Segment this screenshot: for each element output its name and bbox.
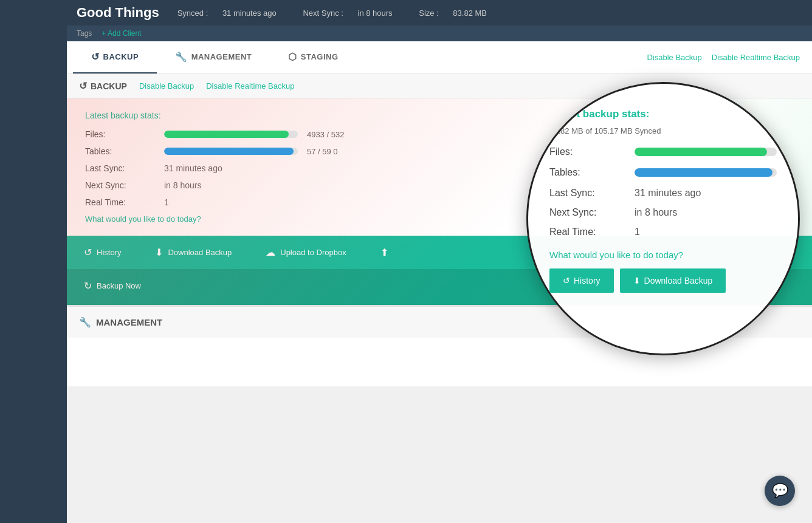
files-value: 4933 / 532: [307, 130, 344, 139]
mag-download-button[interactable]: ⬇ Download Backup: [620, 268, 726, 293]
tables-bar-container: [164, 148, 298, 155]
upload-dropbox-button[interactable]: ☁ Upload to Dropbox: [249, 236, 363, 269]
tables-bar-bg: [164, 148, 298, 155]
management-icon: 🔧: [79, 316, 91, 328]
mag-tables-bar-bg: [635, 168, 777, 177]
history-icon: ↺: [84, 247, 92, 258]
mag-tables-row: Tables:: [549, 167, 777, 178]
disable-realtime-link-tab[interactable]: Disable Realtime Backup: [712, 53, 800, 62]
top-header: Good Things Synced : 31 minutes ago Next…: [67, 0, 812, 26]
disable-realtime-link[interactable]: Disable Realtime Backup: [206, 81, 294, 91]
mag-tables-label: Tables:: [549, 167, 635, 178]
mag-next-sync-label: Next Sync:: [549, 207, 635, 218]
last-sync-label: Last Sync:: [85, 163, 164, 173]
mag-files-label: Files:: [549, 146, 635, 157]
disable-backup-link[interactable]: Disable Backup: [139, 81, 194, 91]
next-sync-value: in 8 hours: [164, 180, 201, 190]
staging-tab-icon: ⬡: [288, 51, 297, 63]
files-bar-container: [164, 131, 298, 138]
extra-icon: ⬆: [380, 247, 388, 258]
tab-navigation: ↺ BACKUP 🔧 MANAGEMENT ⬡ STAGING Disable …: [67, 41, 812, 74]
management-tab-label: MANAGEMENT: [191, 52, 252, 61]
mag-download-icon: ⬇: [633, 276, 641, 285]
meta-info: Synced : 31 minutes ago Next Sync : in 8…: [177, 9, 511, 18]
tab-staging[interactable]: ⬡ STAGING: [270, 41, 356, 73]
management-title: MANAGEMENT: [96, 317, 162, 327]
tab-backup[interactable]: ↺ BACKUP: [73, 41, 157, 73]
files-label: Files:: [85, 129, 164, 139]
download-backup-button[interactable]: ⬇ Download Backup: [138, 236, 249, 269]
mag-last-sync-label: Last Sync:: [549, 188, 635, 199]
mag-history-icon: ↺: [563, 276, 570, 285]
backup-action-icon: ↺: [79, 80, 87, 92]
files-bar-fill: [164, 131, 289, 138]
mag-synced-text: 83.82 MB of 105.17 MB Synced: [549, 126, 777, 135]
magnify-overlay: Latest backup stats: 83.82 MB of 105.17 …: [526, 82, 800, 355]
next-sync-label: Next Sync:: [85, 180, 164, 190]
mag-files-bar: [635, 148, 777, 156]
last-synced: Synced : 31 minutes ago: [177, 9, 291, 18]
mag-files-bar-bg: [635, 148, 777, 156]
realtime-label: Real Time:: [85, 197, 164, 207]
sidebar: [0, 0, 67, 386]
mag-next-sync-value: in 8 hours: [635, 207, 677, 218]
mag-files-row: Files:: [549, 146, 777, 157]
add-client-button[interactable]: + Add Client: [102, 29, 141, 38]
mag-history-button[interactable]: ↺ History: [549, 268, 614, 293]
disable-backup-link-tab[interactable]: Disable Backup: [647, 53, 701, 62]
backup-section-title: ↺ BACKUP: [79, 80, 127, 92]
mag-what-todo: What would you like to do today?: [549, 250, 777, 260]
dropbox-icon: ☁: [266, 247, 275, 258]
mag-files-bar-fill: [635, 148, 767, 156]
mag-next-sync-row: Next Sync: in 8 hours: [549, 207, 777, 218]
mag-buttons: ↺ History ⬇ Download Backup: [549, 268, 777, 293]
backup-now-icon: ↻: [84, 280, 92, 292]
extra-button[interactable]: ⬆: [363, 236, 405, 269]
download-icon: ⬇: [155, 247, 163, 258]
tables-label: Tables:: [85, 146, 164, 156]
mag-realtime-value: 1: [635, 227, 640, 238]
mag-tables-bar-fill: [635, 168, 772, 177]
backup-tab-label: BACKUP: [103, 52, 139, 61]
mag-stats-title: Latest backup stats:: [549, 108, 777, 120]
last-sync-value: 31 minutes ago: [164, 163, 222, 173]
tables-value: 57 / 59 0: [307, 147, 338, 156]
mag-realtime-label: Real Time:: [549, 227, 635, 238]
management-tab-icon: 🔧: [175, 51, 188, 63]
sub-header: Tags + Add Client: [67, 26, 812, 41]
history-button[interactable]: ↺ History: [67, 236, 138, 269]
tables-bar-fill: [164, 148, 294, 155]
backup-tab-icon: ↺: [91, 51, 100, 63]
mag-tables-bar: [635, 168, 777, 177]
size-info: Size : 83.82 MB: [419, 9, 499, 18]
mag-realtime-row: Real Time: 1: [549, 227, 777, 238]
tags-label[interactable]: Tags: [77, 29, 92, 38]
site-title: Good Things: [77, 5, 159, 21]
mag-last-sync-row: Last Sync: 31 minutes ago: [549, 188, 777, 199]
files-bar-bg: [164, 131, 298, 138]
mag-last-sync-value: 31 minutes ago: [635, 188, 701, 199]
realtime-value: 1: [164, 197, 169, 207]
tab-management[interactable]: 🔧 MANAGEMENT: [157, 41, 270, 73]
staging-tab-label: STAGING: [301, 52, 339, 61]
backup-now-button[interactable]: ↻ Backup Now: [67, 269, 158, 303]
next-sync-header: Next Sync : in 8 hours: [303, 9, 407, 18]
